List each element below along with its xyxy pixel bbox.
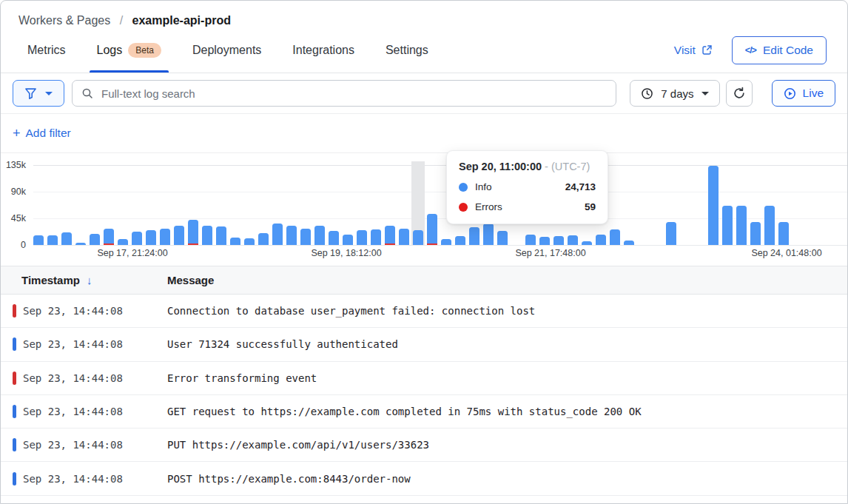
x-tick-label: Sep 17, 21:24:00 bbox=[97, 248, 167, 258]
chart-bar[interactable] bbox=[61, 232, 72, 245]
tabs: Metrics Logs Beta Deployments Integratio… bbox=[26, 27, 430, 73]
chart-bar[interactable] bbox=[722, 206, 733, 245]
refresh-icon bbox=[733, 87, 746, 100]
time-range-value: 7 days bbox=[661, 87, 693, 100]
tab-label: Deployments bbox=[192, 44, 261, 57]
log-message: PUT https://example.com/api/v1/users/336… bbox=[167, 439, 429, 451]
filter-dropdown-button[interactable] bbox=[13, 80, 64, 107]
breadcrumb-current: example-api-prod bbox=[132, 14, 231, 27]
chart-bar[interactable] bbox=[258, 233, 269, 245]
x-tick-label: Sep 21, 17:48:00 bbox=[515, 248, 585, 258]
log-message: Connection to database user_payment fail… bbox=[167, 305, 535, 317]
chart-bar[interactable] bbox=[736, 206, 747, 245]
chart-bar[interactable] bbox=[146, 230, 156, 245]
plus-icon: + bbox=[13, 127, 21, 139]
chart-bar[interactable] bbox=[750, 222, 761, 245]
table-row[interactable]: Sep 23, 14:44:08 Error transforming even… bbox=[1, 362, 847, 395]
chart-bar[interactable] bbox=[230, 238, 240, 245]
visit-link[interactable]: Visit bbox=[674, 44, 713, 57]
chart-bar[interactable] bbox=[329, 231, 339, 245]
chart-bar[interactable] bbox=[539, 237, 550, 245]
chart-bar[interactable] bbox=[666, 222, 676, 245]
chart-bar[interactable] bbox=[90, 234, 100, 245]
chart-tooltip: Sep 20, 11:00:00 - (UTC-7) Info 24,713 E… bbox=[446, 150, 608, 224]
chart-bar[interactable] bbox=[300, 229, 311, 245]
chart-bar[interactable] bbox=[582, 241, 592, 245]
log-timestamp: Sep 23, 14:44:08 bbox=[23, 305, 167, 317]
chart-bar[interactable] bbox=[188, 220, 198, 245]
edit-code-button[interactable]: </> Edit Code bbox=[732, 36, 827, 64]
info-dot-icon bbox=[459, 183, 468, 192]
live-label: Live bbox=[803, 87, 824, 100]
table-row[interactable]: Sep 23, 14:44:08 User 71324 successfully… bbox=[1, 328, 847, 361]
tab-bar: Metrics Logs Beta Deployments Integratio… bbox=[1, 27, 847, 73]
chart-bar[interactable] bbox=[553, 236, 564, 245]
table-row[interactable]: Sep 23, 14:44:08 GET request to https://… bbox=[1, 395, 847, 429]
chart-bar[interactable] bbox=[708, 166, 719, 245]
timestamp-header-label: Timestamp bbox=[21, 274, 80, 286]
chart-bar[interactable] bbox=[525, 235, 536, 245]
tab-integrations[interactable]: Integrations bbox=[291, 27, 356, 73]
chart-bar[interactable] bbox=[778, 222, 789, 245]
chart-bar[interactable] bbox=[455, 236, 465, 245]
y-tick-label: 45k bbox=[1, 213, 26, 224]
refresh-button[interactable] bbox=[726, 80, 753, 107]
chart-bar[interactable] bbox=[427, 214, 437, 245]
tab-logs[interactable]: Logs Beta bbox=[95, 27, 163, 73]
table-row[interactable]: Sep 23, 14:44:08 Connection to database … bbox=[1, 295, 847, 328]
chart-bar[interactable] bbox=[610, 229, 620, 245]
chart-bar[interactable] bbox=[568, 235, 578, 245]
chart-bar[interactable] bbox=[357, 230, 367, 245]
search-input[interactable] bbox=[100, 87, 607, 101]
edit-code-label: Edit Code bbox=[763, 44, 813, 57]
tab-label: Settings bbox=[386, 44, 428, 57]
chart-bar[interactable] bbox=[764, 206, 775, 245]
log-level-indicator bbox=[13, 304, 16, 317]
tab-settings[interactable]: Settings bbox=[384, 27, 430, 73]
chart-bar[interactable] bbox=[385, 226, 395, 245]
tab-deployments[interactable]: Deployments bbox=[191, 27, 263, 73]
code-icon: </> bbox=[745, 45, 756, 56]
chart-bar[interactable] bbox=[596, 235, 606, 245]
add-filter-button[interactable]: + Add filter bbox=[13, 127, 71, 140]
table-row[interactable]: Sep 23, 14:44:08 POST https://example.co… bbox=[1, 462, 847, 495]
live-button[interactable]: Live bbox=[772, 80, 835, 107]
time-range-select[interactable]: 7 days bbox=[630, 80, 719, 107]
chart-bar[interactable] bbox=[469, 227, 479, 245]
tab-metrics[interactable]: Metrics bbox=[26, 27, 67, 73]
chart-bar[interactable] bbox=[132, 232, 142, 245]
log-level-indicator bbox=[13, 405, 16, 418]
chart-bar[interactable] bbox=[399, 229, 409, 245]
chart-bar[interactable] bbox=[47, 235, 58, 245]
x-tick-label: Sep 19, 18:12:00 bbox=[311, 248, 381, 258]
chart-bar[interactable] bbox=[314, 226, 325, 245]
chart-bar[interactable] bbox=[272, 224, 283, 245]
chart-bar[interactable] bbox=[343, 235, 353, 245]
tab-label: Integrations bbox=[292, 44, 354, 57]
chart-bar[interactable] bbox=[216, 226, 226, 245]
chart-bars bbox=[33, 165, 789, 245]
table-row[interactable]: Sep 23, 14:44:08 PUT https://example.com… bbox=[1, 429, 847, 462]
table-body: Sep 23, 14:44:08 Connection to database … bbox=[1, 295, 847, 496]
chart-bar[interactable] bbox=[413, 230, 423, 245]
chart-bar[interactable] bbox=[75, 243, 86, 245]
log-level-indicator bbox=[13, 372, 16, 385]
chart-bar[interactable] bbox=[624, 241, 634, 245]
breadcrumb-parent[interactable]: Workers & Pages bbox=[18, 14, 110, 27]
chart-bar[interactable] bbox=[202, 226, 212, 245]
chart-bar[interactable] bbox=[497, 231, 508, 245]
chart-bar[interactable] bbox=[371, 229, 381, 245]
log-level-indicator bbox=[13, 438, 16, 451]
chart-bar[interactable] bbox=[441, 239, 451, 245]
chart-bar[interactable] bbox=[286, 226, 297, 245]
timestamp-column-header[interactable]: Timestamp ↓ bbox=[1, 274, 167, 286]
chart-bar[interactable] bbox=[104, 229, 114, 245]
chart-bar[interactable] bbox=[174, 226, 184, 245]
chart-bar[interactable] bbox=[160, 229, 170, 245]
chart-bar[interactable] bbox=[118, 239, 128, 245]
chart-bar[interactable] bbox=[244, 238, 255, 245]
log-volume-chart: 135k90k45k0 Sep 17, 21:24:00Sep 19, 18:1… bbox=[1, 153, 847, 266]
chart-bar[interactable] bbox=[33, 235, 44, 245]
tooltip-timezone: (UTC-7) bbox=[551, 161, 590, 172]
chart-bar[interactable] bbox=[483, 224, 494, 245]
